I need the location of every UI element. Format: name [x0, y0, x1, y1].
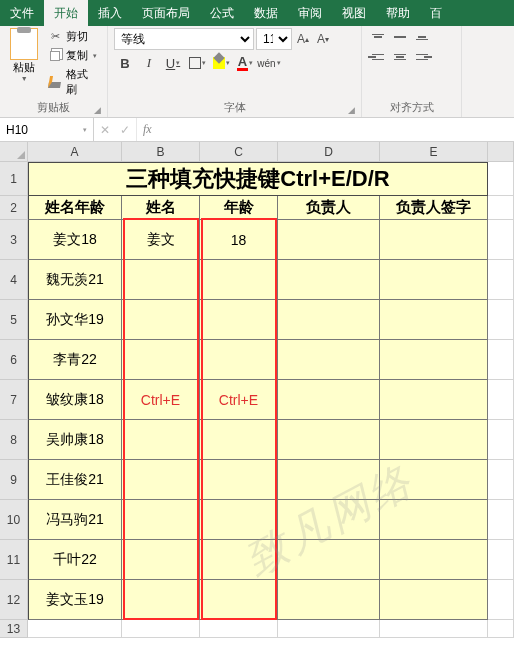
italic-button[interactable]: I	[138, 52, 160, 74]
align-top-button[interactable]	[368, 28, 388, 46]
cell[interactable]	[278, 380, 380, 420]
cell[interactable]	[200, 460, 278, 500]
col-header-C[interactable]: C	[200, 142, 278, 162]
col-header-F[interactable]	[488, 142, 514, 162]
font-size-select[interactable]: 11	[256, 28, 292, 50]
cell[interactable]	[380, 260, 488, 300]
cell[interactable]	[488, 580, 514, 620]
cut-button[interactable]: ✂ 剪切	[45, 28, 101, 45]
row-header[interactable]: 8	[0, 420, 28, 460]
cell[interactable]	[488, 300, 514, 340]
cell[interactable]: 孙文华19	[28, 300, 122, 340]
tab-formulas[interactable]: 公式	[200, 0, 244, 26]
cell[interactable]: 18	[200, 220, 278, 260]
phonetic-guide-button[interactable]: wén▾	[258, 52, 280, 74]
tab-page-layout[interactable]: 页面布局	[132, 0, 200, 26]
underline-button[interactable]: U▾	[162, 52, 184, 74]
cell[interactable]	[278, 540, 380, 580]
cell[interactable]	[278, 300, 380, 340]
cell[interactable]	[380, 460, 488, 500]
cell[interactable]	[380, 220, 488, 260]
row-header[interactable]: 7	[0, 380, 28, 420]
cell[interactable]	[278, 500, 380, 540]
cell[interactable]	[380, 380, 488, 420]
cell[interactable]: 魏无羡21	[28, 260, 122, 300]
cell[interactable]: 姜文玉19	[28, 580, 122, 620]
copy-button[interactable]: 复制 ▾	[45, 47, 101, 64]
align-center-button[interactable]	[390, 48, 410, 66]
cell[interactable]	[200, 260, 278, 300]
row-header[interactable]: 10	[0, 500, 28, 540]
cell[interactable]	[122, 540, 200, 580]
cell[interactable]	[380, 420, 488, 460]
name-box[interactable]: H10 ▾	[0, 118, 94, 141]
cell[interactable]	[488, 420, 514, 460]
cell[interactable]	[488, 260, 514, 300]
border-button[interactable]: ▾	[186, 52, 208, 74]
row-header[interactable]: 13	[0, 620, 28, 638]
align-middle-button[interactable]	[390, 28, 410, 46]
fill-color-button[interactable]: ▾	[210, 52, 232, 74]
dialog-launcher-icon[interactable]: ◢	[94, 105, 101, 115]
title-cell[interactable]: 三种填充快捷键Ctrl+E/D/R	[28, 162, 488, 196]
increase-font-button[interactable]: A▴	[294, 29, 312, 49]
cell[interactable]	[200, 300, 278, 340]
tab-help[interactable]: 帮助	[376, 0, 420, 26]
cell[interactable]: 千叶22	[28, 540, 122, 580]
tab-extra[interactable]: 百	[420, 0, 452, 26]
col-header-D[interactable]: D	[278, 142, 380, 162]
header-cell[interactable]: 负责人签字	[380, 196, 488, 220]
cell[interactable]	[278, 580, 380, 620]
cell[interactable]	[278, 420, 380, 460]
row-header[interactable]: 11	[0, 540, 28, 580]
tab-file[interactable]: 文件	[0, 0, 44, 26]
select-all-corner[interactable]	[0, 142, 28, 162]
cell[interactable]	[122, 580, 200, 620]
cell[interactable]: 吴帅康18	[28, 420, 122, 460]
cell[interactable]	[380, 340, 488, 380]
cell[interactable]	[488, 500, 514, 540]
cell[interactable]: 冯马驹21	[28, 500, 122, 540]
tab-data[interactable]: 数据	[244, 0, 288, 26]
align-right-button[interactable]	[412, 48, 432, 66]
col-header-A[interactable]: A	[28, 142, 122, 162]
cell[interactable]	[200, 540, 278, 580]
row-header[interactable]: 5	[0, 300, 28, 340]
cancel-formula-icon[interactable]: ✕	[100, 123, 110, 137]
cell[interactable]: 姜文18	[28, 220, 122, 260]
cell[interactable]	[488, 340, 514, 380]
cell[interactable]: Ctrl+E	[122, 380, 200, 420]
header-cell[interactable]: 负责人	[278, 196, 380, 220]
header-cell[interactable]: 年龄	[200, 196, 278, 220]
cell[interactable]	[488, 540, 514, 580]
bold-button[interactable]: B	[114, 52, 136, 74]
cell[interactable]	[380, 620, 488, 638]
accept-formula-icon[interactable]: ✓	[120, 123, 130, 137]
cell[interactable]	[200, 420, 278, 460]
cell[interactable]	[122, 420, 200, 460]
cell[interactable]	[122, 500, 200, 540]
font-color-button[interactable]: A▾	[234, 52, 256, 74]
row-header[interactable]: 1	[0, 162, 28, 196]
cell[interactable]	[488, 620, 514, 638]
cell[interactable]	[488, 196, 514, 220]
formula-input[interactable]	[158, 118, 514, 141]
cell[interactable]: 王佳俊21	[28, 460, 122, 500]
format-painter-button[interactable]: 格式刷	[45, 66, 101, 98]
cell[interactable]	[278, 260, 380, 300]
cell[interactable]	[200, 340, 278, 380]
row-header[interactable]: 3	[0, 220, 28, 260]
header-cell[interactable]: 姓名年龄	[28, 196, 122, 220]
cell[interactable]	[28, 620, 122, 638]
col-header-B[interactable]: B	[122, 142, 200, 162]
cell[interactable]	[380, 300, 488, 340]
font-name-select[interactable]: 等线	[114, 28, 254, 50]
tab-insert[interactable]: 插入	[88, 0, 132, 26]
cell[interactable]	[488, 220, 514, 260]
cell[interactable]	[278, 620, 380, 638]
cell[interactable]	[488, 162, 514, 196]
cell[interactable]	[122, 260, 200, 300]
cell[interactable]	[200, 580, 278, 620]
cell[interactable]	[278, 220, 380, 260]
cell[interactable]	[278, 340, 380, 380]
